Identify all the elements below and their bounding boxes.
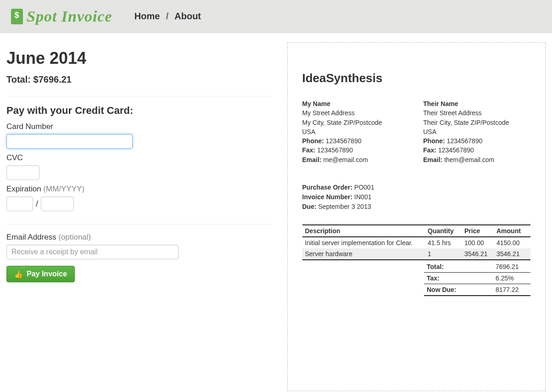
col-description: Description <box>302 225 425 237</box>
invoice-period-title: June 2014 <box>6 49 272 68</box>
total-label: Total: <box>6 74 31 84</box>
col-amount: Amount <box>494 225 530 237</box>
cell-amt: 3546.21 <box>494 248 530 260</box>
cvc-label: CVC <box>6 153 272 162</box>
to-email: them@email.com <box>444 156 494 163</box>
to-address: Their Name Their Street Address Their Ci… <box>423 99 530 164</box>
cell-price: 3546.21 <box>462 248 494 260</box>
to-city: Their City, State ZIP/Postcode <box>423 118 530 127</box>
nav-about[interactable]: About <box>174 11 201 21</box>
to-email-label: Email: <box>423 156 442 163</box>
email-label: Email Address (optional) <box>6 233 272 242</box>
totals-total-label: Total: <box>424 261 493 273</box>
totals-due-value: 8177.22 <box>493 284 530 296</box>
card-number-label: Card Number <box>6 122 272 131</box>
due-date-label: Due: <box>302 203 317 210</box>
from-street: My Street Address <box>302 108 410 118</box>
totals-due-label: Now Due: <box>424 284 493 296</box>
to-name: Their Name <box>423 99 530 108</box>
totals-tax-label: Tax: <box>424 273 493 284</box>
exp-year-input[interactable] <box>41 196 74 211</box>
cell-price: 100.00 <box>462 237 494 248</box>
to-phone: 1234567890 <box>447 137 483 145</box>
line-items-table: Description Quantity Price Amount Initia… <box>302 224 531 260</box>
invoice-company: IdeaSynthesis <box>302 71 531 85</box>
totals-tax-value: 6.25% <box>493 273 530 284</box>
col-price: Price <box>462 225 494 237</box>
inv-number-label: Invoice Number: <box>302 193 353 201</box>
email-label-text: Email Address <box>6 233 58 241</box>
to-fax: 1234567890 <box>438 146 474 154</box>
to-fax-label: Fax: <box>423 146 436 154</box>
from-email-label: Email: <box>302 156 322 163</box>
from-country: USA <box>302 127 410 136</box>
nav-separator: / <box>166 11 169 21</box>
total-value: $7696.21 <box>33 74 72 84</box>
cell-qty: 41.5 hrs <box>425 237 462 248</box>
cell-amt: 4150.00 <box>494 237 530 248</box>
inv-number-value: IN001 <box>354 193 371 201</box>
email-hint: (optional) <box>58 233 91 241</box>
email-input[interactable] <box>6 245 178 259</box>
payment-panel: June 2014 Total: $7696.21 Pay with your … <box>6 42 276 391</box>
from-name: My Name <box>302 99 410 108</box>
table-row: Server hardware 1 3546.21 3546.21 <box>302 248 531 260</box>
brand-name: Spot Invoice <box>27 8 112 25</box>
pay-invoice-button[interactable]: 👍 Pay Invoice <box>6 266 75 282</box>
from-phone: 1234567890 <box>326 137 362 145</box>
divider <box>6 224 272 224</box>
from-phone-label: Phone: <box>302 137 324 145</box>
to-phone-label: Phone: <box>423 137 445 145</box>
table-row: Initial server implementation for Clear.… <box>302 237 531 248</box>
to-street: Their Street Address <box>423 108 530 118</box>
totals-table: Total: 7696.21 Tax: 6.25% Now Due: 8177.… <box>424 261 530 296</box>
cell-desc: Initial server implementation for Clear. <box>302 237 425 248</box>
from-city: My City, State ZIP/Postcode <box>302 118 410 127</box>
cell-qty: 1 <box>425 248 462 260</box>
invoice-preview: IdeaSynthesis My Name My Street Address … <box>287 42 546 391</box>
logo-icon <box>11 9 23 24</box>
due-date-value: September 3 2013 <box>318 203 371 210</box>
divider <box>6 96 272 96</box>
thumbs-up-icon: 👍 <box>14 271 23 278</box>
from-fax-label: Fax: <box>302 146 316 154</box>
po-value: PO001 <box>354 184 374 191</box>
cvc-input[interactable] <box>6 165 39 180</box>
nav: Home / About <box>134 11 201 22</box>
cell-desc: Server hardware <box>302 248 425 260</box>
card-number-input[interactable] <box>6 134 133 149</box>
pay-header: Pay with your Credit Card: <box>6 105 272 117</box>
exp-slash: / <box>36 199 38 209</box>
invoice-meta: Purchase Order: PO001 Invoice Number: IN… <box>302 183 531 212</box>
total-line: Total: $7696.21 <box>6 74 272 85</box>
from-email: me@email.com <box>323 156 368 163</box>
top-bar: Spot Invoice Home / About <box>0 0 552 33</box>
expiration-label-text: Expiration <box>6 185 43 193</box>
expiration-hint: (MM/YYYY) <box>43 185 84 193</box>
brand: Spot Invoice <box>11 8 112 25</box>
expiration-label: Expiration (MM/YYYY) <box>6 185 272 194</box>
nav-home[interactable]: Home <box>134 11 160 21</box>
exp-month-input[interactable] <box>6 196 33 211</box>
po-label: Purchase Order: <box>302 184 353 191</box>
to-country: USA <box>423 127 530 136</box>
from-address: My Name My Street Address My City, State… <box>302 99 410 164</box>
totals-total-value: 7696.21 <box>493 261 530 273</box>
pay-button-label: Pay Invoice <box>27 270 67 278</box>
col-quantity: Quantity <box>425 225 462 237</box>
from-fax: 1234567890 <box>317 146 353 154</box>
